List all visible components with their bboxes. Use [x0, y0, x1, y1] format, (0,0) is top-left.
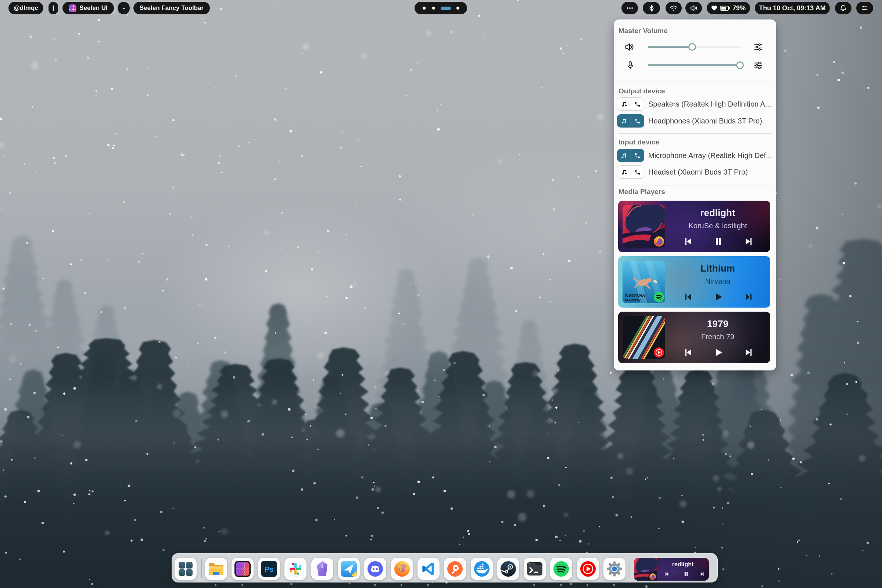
svg-text:NIRVANA: NIRVANA: [625, 293, 645, 298]
svg-text:Ps: Ps: [265, 565, 273, 573]
svg-text:NEVERMIND: NEVERMIND: [625, 298, 640, 301]
